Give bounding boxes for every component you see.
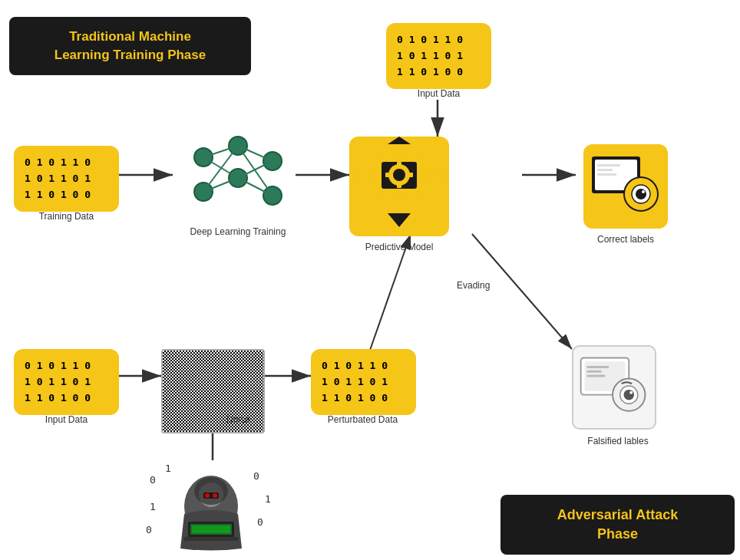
svg-rect-39 bbox=[395, 144, 403, 156]
svg-point-71 bbox=[213, 493, 217, 498]
title-ml-training: Traditional Machine Learning Training Ph… bbox=[9, 17, 251, 75]
deep-learning-icon bbox=[180, 134, 296, 222]
svg-point-58 bbox=[629, 391, 633, 394]
predictive-model-icon bbox=[349, 137, 449, 236]
svg-point-68 bbox=[194, 477, 228, 505]
svg-rect-29 bbox=[397, 162, 401, 166]
input-data-bottom-block: 0 1 0 1 1 0 1 0 1 1 0 1 1 1 0 1 0 0 bbox=[14, 349, 119, 415]
input-data-top-block: 0 1 0 1 1 0 1 0 1 1 0 1 1 1 0 1 0 0 bbox=[386, 23, 491, 89]
correct-labels-icon bbox=[583, 144, 668, 229]
evading-label: Evading bbox=[457, 280, 490, 291]
svg-rect-31 bbox=[385, 173, 390, 177]
svg-text:1: 1 bbox=[150, 501, 156, 512]
perturbed-data-block: 0 1 0 1 1 0 1 0 1 1 0 1 1 1 0 1 0 0 bbox=[311, 349, 416, 415]
hacker-figure: 0 1 1 0 0 1 0 bbox=[142, 460, 280, 560]
svg-point-49 bbox=[642, 190, 645, 193]
svg-marker-38 bbox=[388, 213, 411, 227]
svg-rect-53 bbox=[586, 371, 601, 373]
svg-rect-43 bbox=[597, 164, 620, 166]
training-data-label: Training Data bbox=[14, 211, 119, 222]
input-data-bottom-label: Input Data bbox=[14, 414, 119, 425]
svg-text:1: 1 bbox=[265, 493, 271, 505]
correct-labels-label: Correct labels bbox=[576, 234, 676, 245]
falsified-labels-label: Falsified lables bbox=[564, 436, 672, 446]
title-adversarial: Adversarial Attack Phase bbox=[500, 495, 735, 555]
deep-learning-label: Deep Learning Training bbox=[180, 226, 296, 237]
svg-point-48 bbox=[636, 189, 646, 199]
perturbed-data-label: Perturbated Data bbox=[303, 414, 422, 425]
svg-point-28 bbox=[393, 169, 405, 181]
svg-point-70 bbox=[205, 493, 210, 498]
diagram-container: Traditional Machine Learning Training Ph… bbox=[0, 0, 740, 560]
svg-rect-44 bbox=[597, 169, 613, 171]
svg-point-36 bbox=[438, 169, 449, 180]
svg-rect-45 bbox=[597, 173, 616, 176]
svg-text:1: 1 bbox=[165, 463, 171, 474]
training-data-block: 0 1 0 1 1 0 1 0 1 1 0 1 1 1 0 1 0 0 bbox=[14, 146, 119, 212]
svg-rect-37 bbox=[395, 198, 403, 213]
noise-label: Noise bbox=[226, 414, 273, 425]
falsified-labels-icon bbox=[572, 345, 656, 430]
predictive-model-label: Predictive Model bbox=[349, 242, 449, 252]
svg-text:0: 0 bbox=[146, 524, 152, 535]
diagram-arrows bbox=[0, 0, 740, 560]
svg-rect-52 bbox=[586, 366, 609, 368]
input-data-top-label: Input Data bbox=[386, 88, 491, 99]
svg-rect-75 bbox=[192, 525, 230, 533]
svg-rect-54 bbox=[586, 375, 605, 377]
svg-line-9 bbox=[472, 234, 572, 349]
svg-point-57 bbox=[624, 390, 634, 400]
svg-point-34 bbox=[349, 169, 360, 180]
svg-rect-30 bbox=[397, 183, 401, 188]
svg-text:0: 0 bbox=[253, 470, 259, 482]
svg-rect-32 bbox=[408, 173, 413, 177]
svg-rect-72 bbox=[184, 537, 238, 541]
svg-text:0: 0 bbox=[257, 516, 263, 528]
svg-marker-40 bbox=[388, 137, 411, 144]
svg-text:0: 0 bbox=[150, 474, 156, 486]
